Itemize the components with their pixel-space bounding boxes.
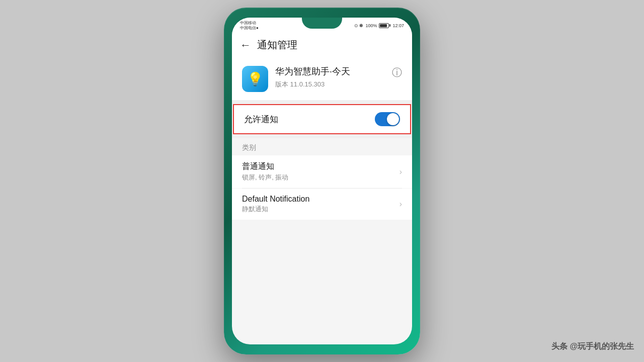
battery-body [379, 23, 389, 28]
watermark: 头条 @玩手机的张先生 [551, 341, 634, 352]
divider2 [232, 134, 412, 138]
app-info-section: 💡 华为智慧助手·今天 版本 11.0.15.303 ⓘ [232, 58, 412, 100]
notification-item-0[interactable]: 普通通知 锁屏, 铃声, 振动 › [232, 155, 412, 188]
notification-item-1-title: Default Notification [242, 195, 399, 204]
status-right: ⊙ ✽ 100% 12:07 [354, 23, 404, 28]
app-icon: 💡 [242, 66, 268, 92]
app-name: 华为智慧助手·今天 [275, 66, 385, 77]
allow-notification-toggle[interactable] [375, 112, 400, 126]
app-version: 版本 11.0.15.303 [275, 80, 385, 89]
allow-notification-row: 允许通知 [233, 104, 411, 134]
screen-content: ← 通知管理 💡 华为智慧助手·今天 版本 11.0.15.303 ⓘ [232, 32, 412, 344]
carrier2-label: 中国电信● [240, 26, 259, 31]
battery-percent: 100% [365, 23, 377, 28]
section-divider [232, 100, 412, 104]
notification-item-1-content: Default Notification 静默通知 [242, 195, 399, 214]
app-icon-bulb: 💡 [247, 71, 263, 87]
battery-icon [379, 23, 390, 28]
allow-notification-label: 允许通知 [244, 114, 278, 125]
page-title: 通知管理 [257, 38, 297, 52]
app-details: 华为智慧助手·今天 版本 11.0.15.303 [275, 66, 385, 88]
status-bar: 中国移动 中国电信● ⊙ ✽ 100% 12:07 [232, 18, 412, 32]
page-wrapper: 中国移动 中国电信● ⊙ ✽ 100% 12:07 [0, 0, 644, 362]
category-label: 类别 [232, 138, 412, 155]
notch [302, 18, 342, 29]
battery-fill [380, 24, 387, 27]
nav-header: ← 通知管理 [232, 32, 412, 58]
notification-item-0-subtitle: 锁屏, 铃声, 振动 [242, 173, 399, 182]
notification-item-0-title: 普通通知 [242, 161, 399, 172]
chevron-icon-0: › [399, 167, 402, 176]
notification-item-1[interactable]: Default Notification 静默通知 › [232, 189, 412, 220]
battery-tip [389, 24, 390, 27]
carrier1-label: 中国移动 [240, 21, 259, 26]
notification-item-1-subtitle: 静默通知 [242, 205, 399, 214]
notification-item-0-content: 普通通知 锁屏, 铃声, 振动 [242, 161, 399, 182]
chevron-icon-1: › [399, 200, 402, 209]
phone-screen: 中国移动 中国电信● ⊙ ✽ 100% 12:07 [232, 18, 412, 344]
icons-right: ⊙ ✽ [354, 23, 364, 28]
back-button[interactable]: ← [240, 39, 251, 52]
toggle-thumb [387, 113, 399, 125]
info-icon[interactable]: ⓘ [392, 66, 402, 79]
status-left: 中国移动 中国电信● [240, 21, 259, 30]
time-label: 12:07 [392, 23, 404, 28]
phone-shell: 中国移动 中国电信● ⊙ ✽ 100% 12:07 [224, 8, 420, 354]
